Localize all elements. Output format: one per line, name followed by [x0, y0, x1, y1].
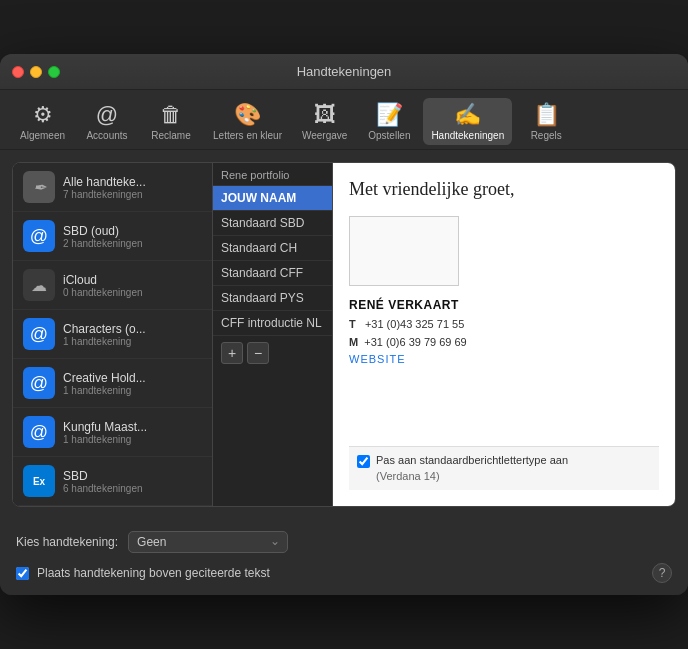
- phone-t-label: T: [349, 318, 356, 330]
- account-info-icloud: iCloud 0 handtekeningen: [63, 273, 202, 298]
- account-icon-kungfu: @: [23, 416, 55, 448]
- preview-panel: Met vriendelijke groet, RENÉ VERKAART T …: [333, 163, 675, 506]
- account-info-kungfu: Kungfu Maast... 1 handtekening: [63, 420, 202, 445]
- toolbar-item-reclame[interactable]: 🗑 Reclame: [141, 98, 201, 145]
- toolbar-label-weergave: Weergave: [302, 130, 347, 141]
- weergave-icon: 🖼: [314, 102, 336, 128]
- adapt-text-block: Pas aan standaardberichtlettertype aan (…: [376, 453, 568, 484]
- sig-item-jouw-naam[interactable]: JOUW NAAM: [213, 186, 332, 211]
- preview-image: [349, 216, 459, 286]
- sig-item-standaard-cff[interactable]: Standaard CFF: [213, 261, 332, 286]
- account-icon-icloud: ☁: [23, 269, 55, 301]
- letters-icon: 🎨: [234, 102, 261, 128]
- account-icon-sbd: Ex: [23, 465, 55, 497]
- content-area: ✒ Alle handteke... 7 handtekeningen @ SB…: [0, 150, 688, 519]
- add-signature-button[interactable]: +: [221, 342, 243, 364]
- adapt-option: Pas aan standaardberichtlettertype aan (…: [349, 446, 659, 490]
- maximize-button[interactable]: [48, 66, 60, 78]
- reclame-icon: 🗑: [160, 102, 182, 128]
- account-count-characters: 1 handtekening: [63, 336, 202, 347]
- algemeen-icon: ⚙: [33, 102, 53, 128]
- adapt-checkbox[interactable]: [357, 455, 370, 468]
- account-info-sbd-oud: SBD (oud) 2 handtekeningen: [63, 224, 202, 249]
- toolbar-label-opstellen: Opstellen: [368, 130, 410, 141]
- toolbar-item-accounts[interactable]: @ Accounts: [77, 98, 137, 145]
- account-icon-alle: ✒: [23, 171, 55, 203]
- account-item-characters[interactable]: @ Characters (o... 1 handtekening: [13, 310, 212, 359]
- regels-icon: 📋: [533, 102, 560, 128]
- account-count-kungfu: 1 handtekening: [63, 434, 202, 445]
- account-info-sbd: SBD 6 handtekeningen: [63, 469, 202, 494]
- account-icon-sbd-oud: @: [23, 220, 55, 252]
- account-item-sbd[interactable]: Ex SBD 6 handtekeningen: [13, 457, 212, 506]
- kies-select[interactable]: Geen: [128, 531, 288, 553]
- preview-content: Met vriendelijke groet, RENÉ VERKAART T …: [349, 179, 659, 438]
- preview-greeting: Met vriendelijke groet,: [349, 179, 659, 200]
- account-name-creative: Creative Hold...: [63, 371, 202, 385]
- adapt-label: Pas aan standaardberichtlettertype aan: [376, 453, 568, 468]
- toolbar-item-regels[interactable]: 📋 Regels: [516, 98, 576, 145]
- minimize-button[interactable]: [30, 66, 42, 78]
- toolbar: ⚙ Algemeen @ Accounts 🗑 Reclame 🎨 Letter…: [0, 90, 688, 150]
- titlebar: Handtekeningen: [0, 54, 688, 90]
- close-button[interactable]: [12, 66, 24, 78]
- account-info-alle: Alle handteke... 7 handtekeningen: [63, 175, 202, 200]
- accounts-list: ✒ Alle handteke... 7 handtekeningen @ SB…: [13, 163, 213, 506]
- help-button[interactable]: ?: [652, 563, 672, 583]
- sig-item-cff-intro[interactable]: CFF introductie NL: [213, 311, 332, 336]
- account-item-icloud[interactable]: ☁ iCloud 0 handtekeningen: [13, 261, 212, 310]
- account-icon-creative: @: [23, 367, 55, 399]
- adapt-sub: (Verdana 14): [376, 469, 568, 484]
- toolbar-label-reclame: Reclame: [151, 130, 190, 141]
- account-name-sbd: SBD: [63, 469, 202, 483]
- kies-row: Kies handtekening: Geen: [16, 531, 672, 553]
- plaats-label: Plaats handtekening boven geciteerde tek…: [37, 566, 270, 580]
- preview-phone-t: T +31 (0)43 325 71 55: [349, 316, 659, 334]
- preview-phone-m: M +31 (0)6 39 79 69 69: [349, 334, 659, 352]
- remove-signature-button[interactable]: −: [247, 342, 269, 364]
- main-panel: ✒ Alle handteke... 7 handtekeningen @ SB…: [12, 162, 676, 507]
- bottom-controls: Kies handtekening: Geen Plaats handteken…: [0, 519, 688, 595]
- toolbar-item-algemeen[interactable]: ⚙ Algemeen: [12, 98, 73, 145]
- toolbar-label-algemeen: Algemeen: [20, 130, 65, 141]
- plaats-row: Plaats handtekening boven geciteerde tek…: [16, 566, 270, 580]
- phone-m-value: +31 (0)6 39 79 69 69: [364, 336, 466, 348]
- toolbar-item-letters[interactable]: 🎨 Letters en kleur: [205, 98, 290, 145]
- account-count-sbd: 6 handtekeningen: [63, 483, 202, 494]
- bottom-row: Plaats handtekening boven geciteerde tek…: [16, 563, 672, 583]
- app-window: Handtekeningen ⚙ Algemeen @ Accounts 🗑 R…: [0, 54, 688, 595]
- toolbar-item-weergave[interactable]: 🖼 Weergave: [294, 98, 355, 145]
- account-count-sbd-oud: 2 handtekeningen: [63, 238, 202, 249]
- account-item-alle[interactable]: ✒ Alle handteke... 7 handtekeningen: [13, 163, 212, 212]
- handtekeningen-icon: ✍: [454, 102, 481, 128]
- phone-m-label: M: [349, 336, 358, 348]
- account-name-alle: Alle handteke...: [63, 175, 202, 189]
- account-count-icloud: 0 handtekeningen: [63, 287, 202, 298]
- account-name-kungfu: Kungfu Maast...: [63, 420, 202, 434]
- toolbar-label-letters: Letters en kleur: [213, 130, 282, 141]
- sig-item-standaard-ch[interactable]: Standaard CH: [213, 236, 332, 261]
- toolbar-label-accounts: Accounts: [86, 130, 127, 141]
- toolbar-label-regels: Regels: [531, 130, 562, 141]
- signatures-section-header: Rene portfolio: [213, 163, 332, 186]
- preview-name: RENÉ VERKAART: [349, 298, 659, 312]
- account-count-alle: 7 handtekeningen: [63, 189, 202, 200]
- toolbar-item-opstellen[interactable]: 📝 Opstellen: [359, 98, 419, 145]
- account-item-kungfu[interactable]: @ Kungfu Maast... 1 handtekening: [13, 408, 212, 457]
- account-info-characters: Characters (o... 1 handtekening: [63, 322, 202, 347]
- toolbar-item-handtekeningen[interactable]: ✍ Handtekeningen: [423, 98, 512, 145]
- phone-t-value: +31 (0)43 325 71 55: [365, 318, 464, 330]
- opstellen-icon: 📝: [376, 102, 403, 128]
- account-icon-characters: @: [23, 318, 55, 350]
- account-name-icloud: iCloud: [63, 273, 202, 287]
- toolbar-label-handtekeningen: Handtekeningen: [431, 130, 504, 141]
- accounts-icon: @: [96, 102, 118, 128]
- account-item-sbd-oud[interactable]: @ SBD (oud) 2 handtekeningen: [13, 212, 212, 261]
- account-item-creative[interactable]: @ Creative Hold... 1 handtekening: [13, 359, 212, 408]
- preview-website: WEBSITE: [349, 353, 659, 365]
- traffic-lights: [12, 66, 60, 78]
- account-info-creative: Creative Hold... 1 handtekening: [63, 371, 202, 396]
- sig-item-standaard-sbd[interactable]: Standaard SBD: [213, 211, 332, 236]
- plaats-checkbox[interactable]: [16, 567, 29, 580]
- sig-item-standaard-pys[interactable]: Standaard PYS: [213, 286, 332, 311]
